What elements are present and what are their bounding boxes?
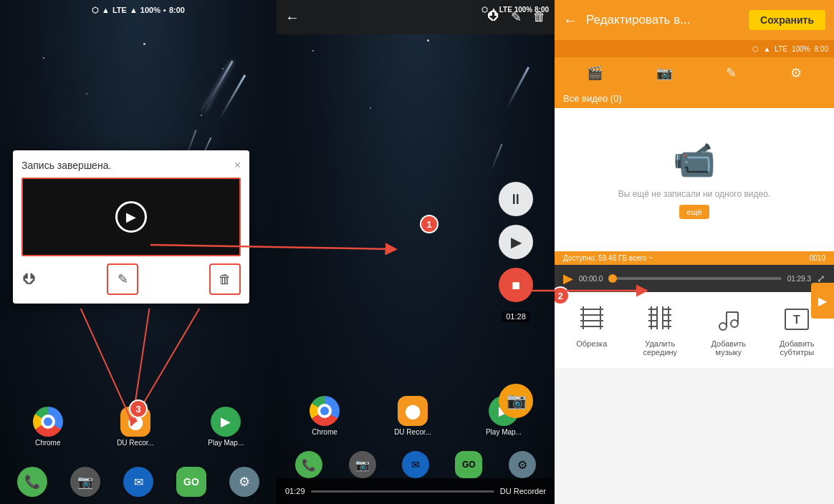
trash-icon: 🗑 (219, 272, 231, 287)
svg-text:T: T (793, 314, 800, 326)
empty-state-text: Вы ещё не записали ни одного видео. (618, 189, 771, 199)
annotation-number-1: 1 (420, 215, 438, 233)
dialog-play-button[interactable]: ▶ (115, 201, 147, 233)
p2-chrome-label: Chrome (312, 428, 337, 436)
wifi-icon: ▲ (102, 6, 110, 14)
panel3-back-button[interactable]: ← (563, 12, 577, 29)
app-camera[interactable]: 📷 (70, 467, 100, 497)
empty-state-icon: 📹 (673, 140, 716, 180)
app-play-maps[interactable]: ▶ Play Map... (208, 407, 244, 447)
share-button[interactable]: ⮋ (21, 271, 36, 288)
time2-label: 8:00 (535, 6, 549, 14)
app-phone[interactable]: 📞 (17, 467, 47, 497)
panel2-back-button[interactable]: ← (285, 9, 299, 26)
panel2-statusbar: ⬡ ▲ LTE 100% 8:00 (481, 6, 549, 14)
delete-button[interactable]: 🗑 (209, 263, 241, 295)
panel2: ← ⮋ ✎ 🗑 ⬡ ▲ LTE 100% 8:00 ⏸ ▶ ■ 01: (277, 0, 555, 504)
p3-cast-icon: ⬡ (752, 45, 759, 53)
cut-middle-icon (644, 304, 676, 335)
bat2-label: 100% (514, 6, 533, 14)
panel3-header: ← Редактировать в... Сохранить (555, 0, 834, 40)
p2-maps-label: Play Map... (486, 428, 522, 436)
p2-app-chrome[interactable]: Chrome (310, 396, 340, 436)
panel2-bottom-bar: 01:29 DU Recorder (277, 478, 555, 504)
p2-app-camera[interactable]: 📷 (349, 451, 376, 478)
p3-battery: 100% (792, 45, 810, 53)
dialog-video-thumbnail[interactable]: ▶ (21, 178, 241, 256)
svg-point-22 (731, 320, 738, 327)
panel3-inner-statusbar: ⬡ ▲ LTE 100% 8:00 (555, 40, 834, 57)
dialog-actions: ⮋ ✎ 🗑 (21, 263, 241, 295)
app-maps-label: Play Map... (208, 439, 244, 447)
p2-app-go[interactable]: GO (455, 451, 482, 478)
panel3-save-button[interactable]: Сохранить (749, 10, 825, 30)
edit-tool-trim[interactable]: Обрезка (560, 304, 623, 357)
panel3: ← Редактировать в... Сохранить ⬡ ▲ LTE 1… (555, 0, 834, 504)
stop-button[interactable]: ■ (499, 268, 533, 302)
p2-app-du[interactable]: ⬤ DU Recor... (394, 396, 431, 436)
trim-label: Обрезка (576, 339, 607, 348)
recording-timer: 01:28 (502, 311, 530, 322)
panel1-apps-bottom-row: 📞 📷 ✉ GO ⚙ (0, 467, 277, 497)
p2-app-settings[interactable]: ⚙ (509, 451, 536, 478)
pause-button[interactable]: ⏸ (499, 182, 533, 216)
recording-number: 0010 (810, 254, 825, 262)
app-chrome-label: Chrome (35, 439, 61, 447)
edit-tool-music[interactable]: Добавить музыку (697, 304, 760, 357)
app-chrome[interactable]: Chrome (33, 407, 63, 447)
battery-label: 100% (140, 6, 160, 14)
panel2-play-button[interactable]: ▶ (499, 225, 533, 259)
p2-app-phone[interactable]: 📞 (295, 451, 322, 478)
dialog-title: Запись завершена. (21, 160, 111, 171)
panel3-title: Редактировать в... (586, 13, 740, 27)
toolbar-settings-icon[interactable]: ⚙ (790, 65, 802, 81)
main-container: ⬡ ▲ LTE ▲ 100% ▪ 8:00 Запись завершена. … (0, 0, 834, 504)
player-play-button[interactable]: ▶ (563, 271, 573, 286)
trim-icon (576, 304, 608, 335)
cut-middle-label: Удалить середину (629, 339, 692, 357)
panel3-video-player: ▶ 00:00.0 01:29.3 ⤢ (555, 265, 834, 292)
svg-point-21 (719, 323, 727, 330)
panel3-inner-toolbar: 🎬 📷 ✎ ⚙ (555, 57, 834, 89)
player-controls: ▶ 00:00.0 01:29.3 ⤢ (563, 271, 825, 286)
panel2-time: 01:29 (285, 487, 305, 495)
toolbar-video-icon[interactable]: 🎬 (587, 65, 603, 81)
recording-controls: ⏸ ▶ ■ 01:28 (499, 182, 533, 322)
p3-time: 8:00 (815, 45, 828, 53)
app-du-label: DU Recor... (117, 439, 154, 447)
app-go[interactable]: GO (176, 467, 206, 497)
toolbar-photo-icon[interactable]: 📷 (656, 65, 672, 81)
dialog-close-button[interactable]: × (234, 159, 241, 172)
player-scrubber[interactable] (608, 274, 617, 283)
camera-icon: 📷 (507, 392, 526, 410)
battery-icon: ▪ (163, 6, 166, 14)
signal-icon: ▲ (130, 6, 138, 14)
panel3-content-area: 📹 Вы ещё не записали ни одного видео. ещ… (555, 108, 834, 251)
subtitles-label: Добавить субтитры (766, 339, 829, 357)
panel2-progress-bar (311, 490, 494, 493)
all-videos-label: Все видео (0) (555, 89, 834, 108)
storage-info-bar: Доступно: 59.46 ГБ всего ~ 0010 (555, 251, 834, 265)
camera-button[interactable]: 📷 (499, 384, 533, 418)
annotation-number-3: 3 (129, 399, 148, 418)
time-label: 8:00 (169, 6, 185, 14)
panel2-watermark: DU Recorder (500, 487, 546, 495)
player-time-start: 00:00.0 (579, 275, 603, 283)
more-button[interactable]: ещё (679, 205, 709, 219)
p2-du-label: DU Recor... (394, 428, 431, 436)
panel3-expand-right[interactable]: ▶ (811, 283, 834, 319)
cast2-icon: ⬡ (481, 6, 488, 14)
p2-app-mail[interactable]: ✉ (402, 451, 429, 478)
panel1-statusbar-content: ⬡ ▲ LTE ▲ 100% ▪ 8:00 (92, 6, 185, 15)
app-mail[interactable]: ✉ (123, 467, 153, 497)
panel1-dialog: Запись завершена. × ▶ ⮋ ✎ 🗑 (13, 150, 249, 304)
edit-button[interactable]: ✎ (107, 263, 138, 295)
subtitles-icon: T (781, 304, 813, 335)
toolbar-edit-icon[interactable]: ✎ (726, 65, 737, 81)
expand-right-icon: ▶ (818, 294, 827, 308)
player-timeline[interactable] (608, 277, 781, 280)
edit-tool-cut-middle[interactable]: Удалить середину (629, 304, 692, 357)
lte2-label: LTE (499, 6, 512, 14)
app-settings[interactable]: ⚙ (229, 467, 259, 497)
p3-lte-icon: LTE (775, 45, 787, 53)
